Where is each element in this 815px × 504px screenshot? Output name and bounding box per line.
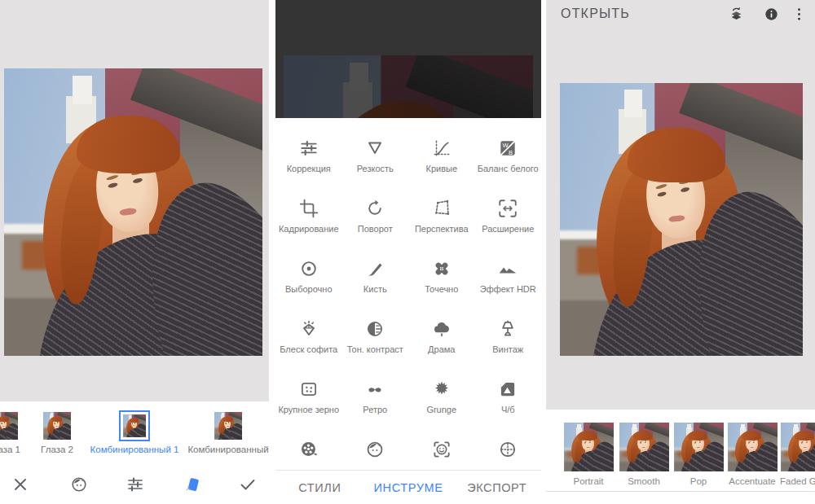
retro-icon — [364, 379, 385, 400]
tune-icon — [298, 138, 319, 159]
tool-label: Баланс белого — [478, 164, 539, 174]
grainy-film-icon — [298, 379, 319, 400]
tool-item-tune[interactable]: Коррекция — [275, 122, 342, 182]
tool-label: Поворот — [358, 224, 393, 234]
tool-item-perspective[interactable]: Перспектива — [408, 182, 475, 243]
check-icon[interactable] — [238, 475, 258, 494]
tool-label: Винтаж — [492, 344, 523, 355]
tool-item-drama[interactable]: Драма — [408, 303, 475, 363]
tool-item-crop[interactable]: Кадрирование — [275, 182, 342, 243]
style-filter-label: Faded Glow — [780, 476, 815, 486]
selective-icon — [298, 258, 319, 279]
face-filter-thumb[interactable] — [43, 412, 71, 440]
tools-sheet: КоррекцияРезкостьКривыеWBБаланс белогоКа… — [275, 118, 541, 470]
tool-label: Крупное зерно — [278, 405, 339, 415]
tool-item-portrait-face[interactable] — [342, 423, 409, 470]
style-filter-label: Pop — [690, 476, 707, 486]
left-screen-face-filters: Глаза 1Глаза 2Комбинированный 1Комбиниро… — [0, 0, 269, 504]
brush-icon — [364, 258, 385, 279]
tool-label: Тон. контраст — [347, 344, 403, 355]
filters-card-icon[interactable] — [183, 475, 202, 494]
tool-item-healing[interactable]: Точечно — [408, 243, 475, 303]
tools-grid: КоррекцияРезкостьКривыеWBБаланс белогоКа… — [275, 122, 541, 470]
tab-инструме[interactable]: ИНСТРУМЕ — [364, 471, 453, 504]
style-filter-thumb[interactable] — [564, 423, 614, 471]
style-filter-thumb[interactable] — [674, 423, 724, 471]
face-filter-label: Глаза 2 — [41, 445, 73, 454]
tonal-contrast-icon — [364, 318, 385, 340]
glamour-glow-icon — [298, 318, 319, 340]
tool-item-sharpen[interactable]: Резкость — [342, 122, 409, 182]
close-icon[interactable] — [11, 475, 30, 494]
perspective-icon — [431, 198, 452, 219]
tool-item-hdr[interactable]: Эффект HDR — [475, 243, 542, 303]
crop-icon — [298, 198, 319, 219]
tool-item-glamour-glow[interactable]: Блеск софита — [275, 303, 342, 363]
tool-item-expand[interactable]: Расширение — [475, 182, 542, 243]
tab-стили[interactable]: СТИЛИ — [275, 471, 364, 504]
curves-icon — [431, 138, 452, 159]
grunge-icon — [431, 379, 452, 400]
face-filter-thumb[interactable] — [0, 412, 18, 440]
style-filter-label: Smooth — [628, 476, 660, 486]
face-filter-thumb[interactable] — [214, 412, 242, 440]
lens-circle-icon — [497, 439, 518, 460]
face-scan-icon — [431, 439, 452, 460]
right-screen-styles: ОТКРЫТЬ PortraitSmoothPopAccentuateFaded… — [546, 0, 815, 504]
hdr-icon — [497, 258, 518, 279]
expand-icon — [497, 198, 518, 219]
tool-item-rotate[interactable]: Поворот — [342, 182, 409, 243]
tool-label: Точечно — [425, 284, 458, 295]
tool-item-brush[interactable]: Кисть — [342, 243, 409, 303]
tool-item-retro[interactable]: Ретро — [342, 363, 409, 423]
tool-label: Ч/б — [501, 405, 515, 415]
tool-item-grainy-film[interactable]: Крупное зерно — [275, 363, 342, 423]
tool-label: Драма — [428, 344, 455, 355]
tool-item-selective[interactable]: Выборочно — [275, 243, 342, 303]
face-filter-label: Глаза 1 — [0, 445, 20, 454]
tool-label: Резкость — [357, 164, 394, 174]
editing-canvas-photo[interactable] — [4, 68, 262, 356]
tool-item-white-balance[interactable]: WBБаланс белого — [475, 122, 542, 182]
tab-экспорт[interactable]: ЭКСПОРТ — [452, 471, 541, 504]
style-filter-thumb[interactable] — [619, 423, 669, 471]
editing-canvas-photo[interactable] — [560, 83, 803, 356]
divider — [546, 491, 815, 492]
tool-item-film-reel[interactable] — [275, 423, 342, 470]
tool-label: Блеск софита — [280, 344, 337, 355]
tool-label: Ретро — [363, 405, 387, 415]
snapseed-screens: Глаза 1Глаза 2Комбинированный 1Комбиниро… — [0, 0, 815, 504]
tool-item-grunge[interactable]: Grunge — [408, 363, 475, 423]
tool-item-lens-circle[interactable] — [475, 423, 542, 470]
overflow-menu-icon[interactable] — [791, 6, 808, 23]
tool-item-curves[interactable]: Кривые — [408, 122, 475, 182]
style-filter-label: Accentuate — [729, 476, 776, 486]
tool-item-bw[interactable]: Ч/б — [475, 363, 542, 423]
portrait-photo — [4, 68, 262, 356]
white-balance-icon: WB — [497, 138, 518, 159]
top-app-bar: ОТКРЫТЬ — [546, 0, 815, 29]
open-button[interactable]: ОТКРЫТЬ — [561, 7, 630, 21]
tool-item-face-scan[interactable] — [408, 423, 475, 470]
drama-icon — [431, 318, 452, 340]
svg-text:B: B — [509, 149, 513, 156]
info-icon[interactable] — [763, 6, 780, 23]
tool-label: Расширение — [482, 224, 534, 234]
face-filter-label: Комбинированный — [187, 445, 268, 454]
style-filter-thumb[interactable] — [728, 423, 778, 471]
tool-item-tonal-contrast[interactable]: Тон. контраст — [342, 303, 409, 363]
bottom-tab-bar: СТИЛИИНСТРУМЕЭКСПОРТ — [275, 470, 541, 504]
sharpen-icon — [364, 138, 385, 159]
tool-label: Эффект HDR — [480, 284, 536, 295]
portrait-face-icon[interactable] — [69, 475, 89, 494]
tool-item-vintage[interactable]: Винтаж — [475, 303, 542, 363]
bw-icon — [497, 379, 518, 400]
film-reel-icon — [298, 439, 319, 460]
edit-history-stack-icon[interactable] — [728, 6, 745, 23]
style-filter-thumb[interactable] — [781, 423, 815, 471]
portrait-face-icon — [364, 439, 385, 460]
tool-label: Кадрирование — [279, 224, 339, 234]
face-filter-thumb[interactable] — [119, 410, 150, 441]
tune-icon[interactable] — [126, 475, 145, 494]
tool-label: Кисть — [363, 284, 387, 295]
